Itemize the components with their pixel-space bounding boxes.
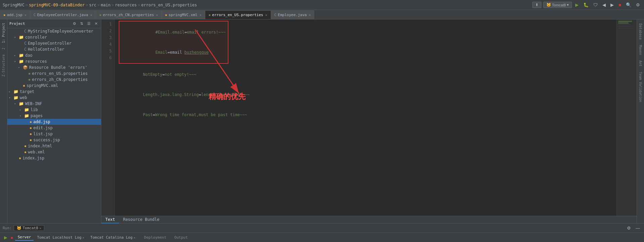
tree-item-errors-zh[interactable]: ▪ errors_zh_CN.properties bbox=[7, 77, 101, 83]
tab-add-jsp[interactable]: ▪ add.jsp ✕ bbox=[0, 10, 30, 19]
tab-close-icon[interactable]: ✕ bbox=[200, 13, 202, 17]
tree-item-label: errors_zh_CN.properties bbox=[32, 77, 88, 82]
top-bar: SpringMVC > springMVC-09-dataBinder > sr… bbox=[0, 0, 644, 10]
code-eq2: =email bbox=[167, 50, 184, 55]
breadcrumb-src[interactable]: src bbox=[89, 3, 97, 7]
tree-item-hellocontroller[interactable]: C HelloController bbox=[7, 46, 101, 52]
tree-item-dao[interactable]: ▸ 📁 dao bbox=[7, 52, 101, 58]
editor-tabs: ▪ add.jsp ✕ C EmployeeController.java ✕ … bbox=[0, 10, 644, 19]
tab-springmvc-xml[interactable]: ▪ springMVC.xml ✕ bbox=[162, 10, 205, 19]
back-btn[interactable]: ◀ bbox=[601, 2, 607, 8]
run-bar: Run: 🐱 Tomcat8 ✕ ⚙ — bbox=[0, 223, 644, 233]
breadcrumb-module[interactable]: springMVC-09-dataBinder bbox=[29, 3, 85, 7]
right-tab-maven[interactable]: Maven bbox=[638, 42, 643, 58]
run-sub-tab-catalina-log[interactable]: Tomcat Catalina Log ✕ bbox=[88, 235, 138, 240]
tab-close-icon[interactable]: ✕ bbox=[24, 13, 26, 17]
bottom-tab-resource-bundle[interactable]: Resource Bundle bbox=[119, 216, 163, 224]
tree-item-edit-jsp[interactable]: ▪ edit.jsp bbox=[7, 125, 101, 131]
tree-item-pages[interactable]: ▾ 📁 pages bbox=[7, 113, 101, 119]
sub-tab-close[interactable]: ✕ bbox=[83, 236, 84, 239]
tree-arrow-down: ▾ bbox=[14, 102, 19, 105]
right-tab-team-validation[interactable]: Team Validation bbox=[638, 69, 643, 105]
top-bar-right: ⬆ 🐱 Tomcat8 ▾ ▶ 🐛 🛡 ◀ ▶ ■ 🔍 ⚙ bbox=[532, 2, 641, 8]
tree-item-index-html[interactable]: ▪ index.html bbox=[7, 143, 101, 149]
tree-item-employeecontroller[interactable]: C EmployeeController bbox=[7, 40, 101, 46]
run-play-btn[interactable]: ▶ bbox=[3, 234, 9, 241]
breadcrumb-main[interactable]: main bbox=[101, 3, 111, 7]
editor-minimap bbox=[616, 19, 637, 216]
tree-arrow-right: ▸ bbox=[9, 90, 13, 93]
tree-item-add-jsp[interactable]: ▪ add.jsp bbox=[7, 119, 101, 125]
tree-item-errors-en[interactable]: ▪ errors_en_US.properties bbox=[7, 70, 101, 77]
left-tab-structure[interactable]: Z-Structure bbox=[1, 52, 6, 79]
tree-item-conroller[interactable]: ▾ 📁 conroller bbox=[7, 34, 101, 40]
annotation-text: 精确的优先 bbox=[209, 93, 246, 100]
sub-tab-close[interactable]: ✕ bbox=[133, 236, 135, 239]
run-sub-tab-localhost-log[interactable]: Tomcat Localhost Log ✕ bbox=[34, 235, 87, 240]
run-sub-tab-server[interactable]: Server bbox=[15, 234, 34, 241]
run-minimize-icon[interactable]: — bbox=[634, 225, 641, 231]
coverage-btn[interactable]: 🛡 bbox=[592, 2, 599, 8]
run-tab-label: Tomcat8 bbox=[23, 226, 38, 230]
props-icon: ▪ bbox=[28, 71, 31, 76]
run-settings-icon[interactable]: ⚙ bbox=[626, 225, 632, 231]
search-btn[interactable]: 🔍 bbox=[625, 2, 633, 8]
tab-errors-zh[interactable]: ▪ errors_zh_CN.properties ✕ bbox=[96, 10, 162, 19]
tree-item-target[interactable]: ▸ 📁 target bbox=[7, 89, 101, 95]
tree-arrow-right: ▸ bbox=[14, 54, 19, 57]
bottom-tab-text[interactable]: Text bbox=[101, 216, 119, 224]
breadcrumb-file[interactable]: errors_en_US.properties bbox=[141, 3, 197, 7]
folder-icon: 📁 bbox=[13, 95, 18, 100]
code-editor[interactable]: #Email.email=email errors!~~~ Email=emai… bbox=[115, 19, 616, 216]
sidebar-settings-icon[interactable]: ☰ bbox=[86, 21, 92, 27]
vcs-update-btn[interactable]: ⬆ bbox=[532, 2, 541, 8]
stop-btn[interactable]: ■ bbox=[617, 2, 623, 8]
run-tab-tomcat[interactable]: 🐱 Tomcat8 ✕ bbox=[14, 225, 45, 231]
debug-btn[interactable]: 🐛 bbox=[582, 2, 590, 8]
right-tab-ant[interactable]: Ant bbox=[638, 58, 643, 69]
tree-item-label: target bbox=[20, 89, 34, 94]
right-tab-database[interactable]: Database bbox=[638, 21, 643, 42]
tree-item-mystringtoemployeeconverter[interactable]: C MyStringToEmployeeConverter bbox=[7, 28, 101, 34]
tree-item-springmvc-xml[interactable]: ▪ springMVC.xml bbox=[7, 83, 101, 89]
tab-close-icon[interactable]: ✕ bbox=[90, 13, 92, 17]
tree-item-lib[interactable]: ▸ 📁 lib bbox=[7, 107, 101, 113]
tree-item-web-xml[interactable]: ▪ web.xml bbox=[7, 149, 101, 155]
tab-close-icon[interactable]: ✕ bbox=[156, 13, 158, 17]
sidebar-close-icon[interactable]: ✕ bbox=[93, 21, 99, 27]
output-label: Output bbox=[174, 235, 188, 240]
tree-item-web[interactable]: ▾ 📁 web bbox=[7, 95, 101, 101]
run-stop-btn[interactable]: ■ bbox=[9, 235, 14, 240]
left-tab-2[interactable]: 2 bbox=[1, 46, 6, 52]
run-tab-close-icon[interactable]: ✕ bbox=[40, 227, 41, 230]
tab-employee-controller[interactable]: C EmployeeController.java ✕ bbox=[30, 10, 96, 19]
forward-btn[interactable]: ▶ bbox=[609, 2, 615, 8]
code-line-6 bbox=[119, 125, 612, 132]
tab-close-icon[interactable]: ✕ bbox=[265, 13, 267, 17]
tab-errors-en[interactable]: ▪ errors_en_US.properties ✕ bbox=[205, 10, 271, 19]
tree-item-resource-bundle[interactable]: ▾ 📦 Resource Bundle 'errors' bbox=[7, 64, 101, 70]
editor-content[interactable]: 1 2 3 4 5 6 #Email.email=email errors!~~… bbox=[101, 19, 637, 216]
breadcrumb-springmvc[interactable]: SpringMVC bbox=[3, 3, 24, 7]
tree-item-web-inf[interactable]: ▾ 📁 WEB-INF bbox=[7, 101, 101, 107]
settings-btn[interactable]: ⚙ bbox=[635, 2, 641, 8]
sidebar-layout-icon[interactable]: ⇅ bbox=[79, 21, 85, 27]
breadcrumb-resources[interactable]: resources bbox=[115, 3, 137, 7]
bundle-icon: 📦 bbox=[23, 65, 28, 70]
tomcat-run-btn[interactable]: 🐱 Tomcat8 ▾ bbox=[543, 2, 572, 8]
jsp-icon: ▪ bbox=[30, 138, 32, 142]
tree-item-resources[interactable]: ▾ 📁 resources bbox=[7, 58, 101, 64]
tree-item-index-jsp[interactable]: ▪ index.jsp bbox=[7, 155, 101, 161]
tree-item-label: conroller bbox=[25, 35, 47, 40]
main-layout: 1: Project 2 Z-Structure Project ⚙ ⇅ ☰ ✕… bbox=[0, 19, 644, 223]
tree-item-label: lib bbox=[31, 107, 38, 112]
sidebar-gear-icon[interactable]: ⚙ bbox=[71, 21, 77, 27]
tree-item-list-jsp[interactable]: ▪ list.jsp bbox=[7, 131, 101, 137]
run-btn[interactable]: ▶ bbox=[574, 2, 580, 8]
tab-close-icon[interactable]: ✕ bbox=[309, 13, 311, 17]
tree-item-success-jsp[interactable]: ▪ success.jsp bbox=[7, 137, 101, 143]
tree-item-label: HelloController bbox=[28, 47, 64, 52]
tab-employee-java[interactable]: C Employee.java ✕ bbox=[271, 10, 315, 19]
left-tab-project[interactable]: 1: Project bbox=[1, 21, 6, 45]
folder-icon: 📁 bbox=[19, 35, 24, 40]
